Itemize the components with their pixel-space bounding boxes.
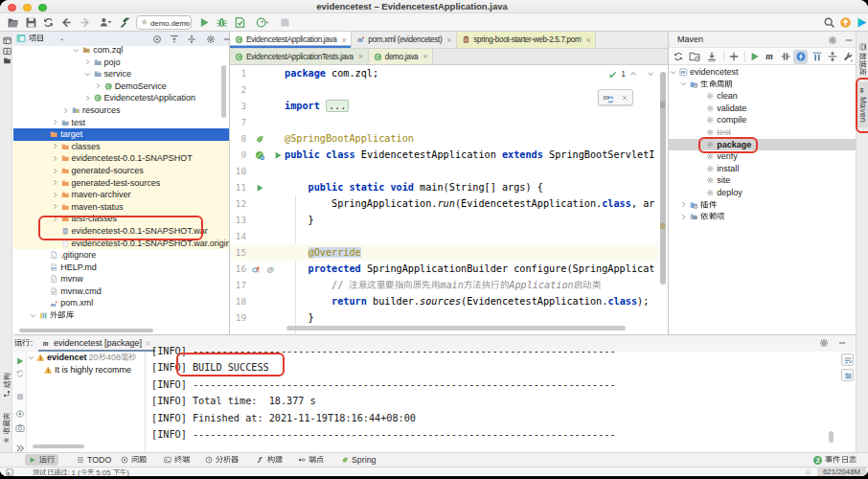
skip-tests-icon[interactable] <box>811 51 823 62</box>
open-icon[interactable] <box>7 16 19 29</box>
tree-row[interactable] <box>669 199 856 212</box>
execute-maven-goal-icon[interactable]: m <box>765 51 776 62</box>
maven-stripe-tab[interactable]: m Maven <box>857 82 868 128</box>
gear-icon[interactable] <box>206 34 216 44</box>
debug-button-icon[interactable] <box>216 16 228 29</box>
tree-row[interactable]: generated-test-sources <box>13 177 229 190</box>
tree-row[interactable]: deploy <box>669 187 856 199</box>
sync-icon[interactable] <box>42 16 55 29</box>
toolwindow-button-terminal[interactable] <box>160 454 194 466</box>
tree-row[interactable] <box>13 309 229 322</box>
chevron-right-icon[interactable] <box>52 119 58 125</box>
console-vertical-scrollbar[interactable] <box>829 431 834 443</box>
tree-row[interactable]: install <box>669 163 856 175</box>
dependency-analyzer-icon[interactable] <box>780 51 791 62</box>
softwrap-button[interactable] <box>841 354 854 366</box>
chevron-right-icon[interactable] <box>680 201 687 208</box>
favorites-stripe-tab[interactable] <box>2 406 11 451</box>
close-window-button[interactable] <box>8 4 16 12</box>
rerun-icon[interactable] <box>15 356 25 366</box>
tree-row[interactable]: com.zql <box>13 44 229 57</box>
code-line[interactable]: 17 // mainApplication <box>230 277 668 293</box>
database-stripe-tab[interactable] <box>858 40 868 79</box>
chevron-down-icon[interactable] <box>73 47 80 54</box>
chevron-right-icon[interactable] <box>84 95 91 102</box>
toolwindow-button-spring[interactable]: Spring <box>337 454 379 466</box>
tree-row[interactable]: test <box>669 126 856 139</box>
editor-tab[interactable]: EvidencetestApplication.java× <box>230 32 352 48</box>
gut-play-gutter-icon[interactable] <box>255 183 265 194</box>
generate-sources-icon[interactable] <box>689 51 700 62</box>
editor-horizontal-scrollbar[interactable] <box>286 326 626 331</box>
inspection-widget[interactable]: 1 <box>608 69 654 79</box>
close-tab-icon[interactable]: × <box>585 35 590 45</box>
add-maven-project-icon[interactable] <box>728 51 740 62</box>
editor-tab[interactable]: spring-boot-starter-web-2.5.7.pom× <box>457 32 596 48</box>
search-everywhere-icon[interactable] <box>823 16 835 29</box>
tree-row[interactable]: target <box>13 128 229 141</box>
tree-row[interactable]: test-classes <box>13 213 229 225</box>
tree-row[interactable] <box>669 211 856 223</box>
maven-toolwindow-header[interactable]: Maven <box>669 32 856 48</box>
tree-row[interactable]: evidencetest-0.0.1-SNAPSHOT.war <box>13 225 229 238</box>
chevron-down-icon[interactable] <box>84 71 91 78</box>
project-horizontal-scrollbar[interactable] <box>19 329 153 332</box>
gut-boot-gutter-icon[interactable] <box>255 150 265 161</box>
toolwindow-button-profiler[interactable] <box>201 454 243 466</box>
collapse-all-icon[interactable] <box>187 34 196 44</box>
gut-override-gutter-icon[interactable] <box>251 264 262 275</box>
close-tab-icon[interactable]: × <box>423 52 427 61</box>
code-line[interactable]: 1package com.zql; <box>230 65 668 81</box>
run-tree-row[interactable]: evidencet20408 <box>27 352 145 364</box>
code-line[interactable]: 15 @Override <box>230 244 658 261</box>
tree-row[interactable]: mpom.xml <box>13 297 229 309</box>
tree-row[interactable]: EvidencetestApplication <box>13 92 229 104</box>
collapse-all-icon[interactable] <box>827 51 838 62</box>
event-log-button[interactable]: 2 <box>813 454 857 466</box>
hide-toolwindow-icon[interactable] <box>844 35 854 45</box>
tree-row[interactable]: HELP.md <box>13 262 229 274</box>
tree-row[interactable]: clean <box>669 90 856 103</box>
code-line[interactable]: 16@ protected SpringApplicationBuilder c… <box>230 261 668 277</box>
chevron-right-icon[interactable] <box>52 143 58 149</box>
project-vertical-scrollbar[interactable] <box>221 65 226 118</box>
gut-leaf-gutter-icon[interactable] <box>255 134 265 145</box>
chevron-right-icon[interactable] <box>52 192 58 198</box>
update-notification-icon[interactable] <box>839 16 852 29</box>
editor-tab[interactable]: demo.java× <box>369 49 434 64</box>
tree-row[interactable]: evidencetest-0.0.1-SNAPSHOT <box>13 152 229 165</box>
chevron-down-icon[interactable] <box>670 69 676 76</box>
run-button-icon[interactable] <box>198 16 211 29</box>
close-icon[interactable] <box>621 94 628 102</box>
chevron-right-icon[interactable] <box>52 155 58 162</box>
run-configuration-select[interactable]: demo.demo <box>136 15 192 30</box>
close-tab-icon[interactable]: × <box>341 35 346 45</box>
tree-row[interactable]: mvnw.cmd <box>13 285 229 298</box>
maven-settings-icon[interactable] <box>842 51 854 62</box>
maven-reload-icon[interactable]: m <box>603 92 614 103</box>
toolwindow-button-endpoints[interactable] <box>294 454 328 466</box>
offline-mode-toggle[interactable] <box>793 50 808 64</box>
run-tree-horizontal-scrollbar[interactable] <box>33 445 84 448</box>
toolwindow-button-run[interactable] <box>25 454 58 466</box>
chevron-down-icon[interactable] <box>28 354 34 361</box>
load-maven-changes-popup[interactable]: m <box>598 89 633 105</box>
chevron-right-icon[interactable] <box>62 107 69 114</box>
project-stripe-icon[interactable] <box>3 36 11 45</box>
chevron-right-icon[interactable] <box>95 82 102 89</box>
gear-icon[interactable] <box>828 35 837 45</box>
tree-row[interactable]: mvnw <box>13 273 229 285</box>
code-line[interactable]: 7 <box>230 114 668 130</box>
forward-icon[interactable] <box>79 16 91 29</box>
download-sources-icon[interactable] <box>706 51 718 62</box>
chevron-down-icon[interactable] <box>30 312 36 319</box>
tree-row[interactable]: evidencetest-0.0.1-SNAPSHOT.war.original <box>13 238 229 250</box>
editor-tab[interactable]: mpom.xml (evidencetest)× <box>352 32 457 48</box>
close-tab-icon[interactable]: × <box>358 52 363 61</box>
toolwindow-toggle-icon[interactable] <box>6 468 13 476</box>
run-console[interactable]: [INFO] ---------------------------------… <box>146 343 856 453</box>
toolwindow-button-todo[interactable]: TODO <box>73 454 115 466</box>
tree-row[interactable]: pojo <box>13 57 229 69</box>
code-line[interactable]: 13 } <box>230 212 668 228</box>
tree-row[interactable]: mevidencetest <box>669 66 856 79</box>
